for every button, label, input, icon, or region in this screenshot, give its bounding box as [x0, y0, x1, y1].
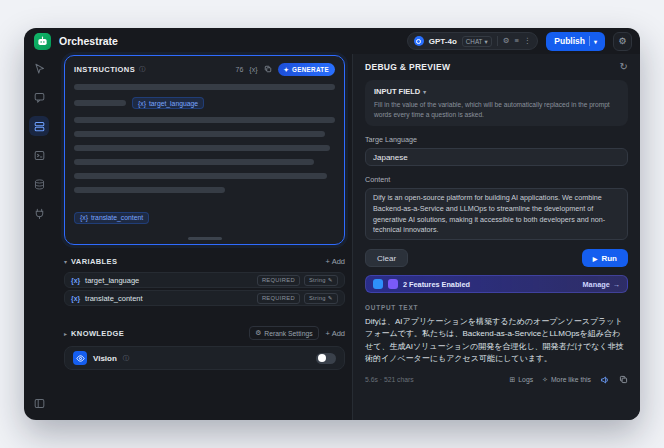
run-button[interactable]: ▶ Run	[582, 249, 628, 267]
edit-icon: ✎	[328, 277, 333, 283]
prompt-text-line	[74, 117, 335, 123]
add-knowledge-button[interactable]: + Add	[326, 329, 345, 338]
add-variable-button[interactable]: + Add	[326, 257, 345, 266]
model-selector[interactable]: GPT-4o CHAT ▾ ⚙ ≡ ⋮	[407, 32, 539, 50]
copy-output-icon[interactable]	[619, 375, 628, 384]
model-mode-badge[interactable]: CHAT ▾	[462, 36, 492, 47]
variable-row-target-language[interactable]: {x} target_language REQUIRED String ✎	[64, 272, 345, 288]
debug-preview-panel: DEBUG & PREVIEW ↻ INPUT FIELD ▾ Fill in …	[352, 54, 640, 420]
database-icon[interactable]	[29, 174, 49, 194]
info-icon: ⓘ	[123, 354, 130, 363]
prompt-text-line	[74, 159, 314, 165]
required-badge: REQUIRED	[257, 275, 300, 286]
model-more-icon[interactable]: ⋮	[524, 37, 532, 45]
resize-handle[interactable]	[188, 237, 222, 240]
model-sliders-icon[interactable]: ≡	[514, 37, 518, 45]
app-window: Orchestrate GPT-4o CHAT ▾ ⚙ ≡ ⋮ Publish …	[24, 28, 640, 420]
gear-icon: ⚙	[618, 36, 626, 46]
variables-title: VARIABLES	[71, 257, 117, 266]
pill-divider	[497, 36, 498, 46]
prompt-text-line	[74, 145, 330, 151]
manage-features-button[interactable]: Manage →	[583, 280, 620, 289]
speaker-icon[interactable]	[600, 375, 610, 385]
publish-button[interactable]: Publish ▾	[546, 32, 605, 51]
left-icon-rail	[24, 54, 54, 420]
output-meta: 5.6s · 521 chars	[365, 376, 414, 383]
collapse-sidebar-icon[interactable]	[29, 393, 49, 413]
chevron-down-icon: ▾	[594, 38, 597, 45]
features-enabled-text: 2 Features Enabled	[403, 280, 470, 289]
top-bar: Orchestrate GPT-4o CHAT ▾ ⚙ ≡ ⋮ Publish …	[24, 28, 640, 54]
pointer-icon[interactable]	[29, 58, 49, 78]
prompt-text-line	[74, 187, 225, 193]
model-name: GPT-4o	[429, 37, 457, 46]
vision-label: Vision	[93, 354, 117, 363]
settings-button[interactable]: ⚙	[613, 32, 632, 51]
content-label: Content	[365, 175, 628, 184]
refresh-icon[interactable]: ↻	[620, 62, 628, 72]
terminal-icon[interactable]	[29, 145, 49, 165]
variable-token-target-language: {x}target_language	[132, 97, 204, 109]
variable-brace-icon: {x}	[71, 295, 80, 302]
variables-brace-icon[interactable]: {x}	[249, 66, 257, 73]
model-provider-icon	[414, 36, 424, 46]
chat-icon[interactable]	[29, 87, 49, 107]
more-like-this-button[interactable]: ✧ More like this	[542, 376, 591, 383]
vision-card: Vision ⓘ	[64, 346, 345, 370]
sparkle-icon: ✦	[284, 66, 290, 73]
play-icon: ▶	[593, 255, 598, 262]
instructions-title: INSTRUCTIONS	[74, 65, 135, 74]
clear-button[interactable]: Clear	[365, 249, 408, 267]
sparkle-icon: ✧	[542, 376, 548, 383]
variable-row-translate-content[interactable]: {x} translate_content REQUIRED String ✎	[64, 290, 345, 306]
output-footer: 5.6s · 521 chars ⊞ Logs ✧ More like this	[365, 375, 628, 385]
orchestrate-icon[interactable]	[29, 116, 49, 136]
input-field-card: INPUT FIELD ▾ Fill in the value of the v…	[365, 80, 628, 126]
rerank-settings-button[interactable]: ⚙ Rerank Settings	[249, 326, 318, 340]
toggle-knob	[318, 354, 326, 362]
instructions-editor[interactable]: INSTRUCTIONS ⓘ 76 {x} ✦ GENERATE	[64, 55, 345, 245]
features-bar: 2 Features Enabled Manage →	[365, 275, 628, 293]
prompt-text-line	[74, 131, 325, 137]
chevron-right-icon[interactable]: ▸	[64, 330, 67, 337]
copy-prompt-icon[interactable]	[264, 65, 272, 74]
gear-icon: ⚙	[255, 329, 261, 337]
content-textarea[interactable]: Dify is an open-source platform for buil…	[365, 188, 628, 240]
chevron-down-icon[interactable]: ▾	[64, 258, 67, 265]
page-title: Orchestrate	[59, 35, 118, 47]
input-field-description: Fill in the value of the variable, which…	[374, 100, 619, 119]
eye-icon	[73, 351, 87, 365]
plugin-icon[interactable]	[29, 203, 49, 223]
chevron-down-icon: ▾	[484, 38, 487, 45]
page-background: Orchestrate GPT-4o CHAT ▾ ⚙ ≡ ⋮ Publish …	[0, 0, 664, 448]
chevron-down-icon: ▾	[423, 89, 426, 95]
arrow-right-icon: →	[613, 280, 620, 289]
output-text-title: OUTPUT TEXT	[365, 304, 628, 311]
instructions-header: INSTRUCTIONS ⓘ 76 {x} ✦ GENERATE	[74, 63, 335, 76]
variable-brace-icon: {x}	[71, 277, 80, 284]
type-badge[interactable]: String ✎	[304, 293, 338, 304]
type-badge[interactable]: String ✎	[304, 275, 338, 286]
knowledge-title: KNOWLEDGE	[71, 329, 124, 338]
model-params-icon[interactable]: ⚙	[503, 37, 510, 45]
logs-button[interactable]: ⊞ Logs	[509, 376, 533, 383]
generate-button[interactable]: ✦ GENERATE	[278, 63, 336, 76]
prompt-text-line	[74, 84, 335, 90]
app-logo-icon[interactable]	[34, 33, 51, 50]
edit-icon: ✎	[328, 295, 333, 301]
knowledge-section-header: ▸ KNOWLEDGE ⚙ Rerank Settings + Add	[64, 326, 345, 340]
target-language-label: Targe Language	[365, 135, 628, 144]
info-icon: ⓘ	[139, 65, 146, 74]
feature-icon-2	[388, 279, 398, 289]
required-badge: REQUIRED	[257, 293, 300, 304]
target-language-input[interactable]	[365, 148, 628, 166]
variable-token-translate-content: {x}translate_content	[74, 212, 149, 224]
variables-section-header: ▾ VARIABLES + Add	[64, 257, 345, 266]
vision-toggle[interactable]	[316, 353, 336, 364]
debug-preview-title: DEBUG & PREVIEW	[365, 62, 450, 72]
char-count: 76	[236, 66, 244, 73]
publish-divider	[589, 36, 590, 46]
input-field-toggle[interactable]: INPUT FIELD ▾	[374, 87, 619, 96]
logs-icon: ⊞	[509, 376, 515, 383]
prompt-text-line	[74, 100, 126, 106]
